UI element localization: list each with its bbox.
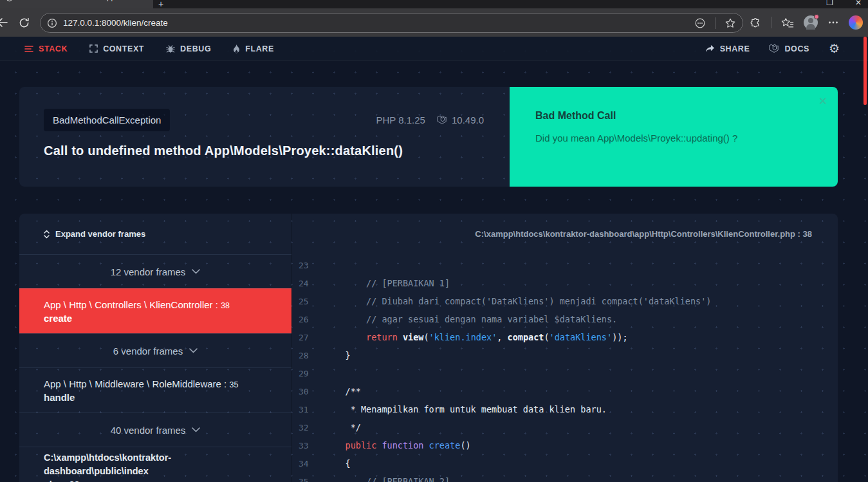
line-number: 31 xyxy=(292,405,315,414)
chevron-down-icon xyxy=(192,427,200,432)
tab-close-icon[interactable]: × xyxy=(143,0,148,1)
address-bar[interactable]: 127.0.0.1:8000/klien/create xyxy=(40,13,743,33)
line-number: 28 xyxy=(292,351,315,360)
solution-close-icon[interactable]: ✕ xyxy=(818,95,827,108)
line-number: 30 xyxy=(292,387,315,396)
expand-vendor-frames-button[interactable]: Expand vendor frames xyxy=(44,229,145,239)
browser-tab[interactable]: Call to undefined method App\M... × xyxy=(0,0,153,8)
share-label: SHARE xyxy=(720,44,750,53)
code-line: 31 * Menampilkan form untuk membuat data… xyxy=(292,400,838,418)
share-button[interactable]: SHARE xyxy=(705,44,750,53)
frame-file-path-wrap: php : 22 xyxy=(44,478,267,482)
code-line: 27 return view('klien.index', compact('d… xyxy=(292,328,838,346)
browser-toolbar: 127.0.0.1:8000/klien/create xyxy=(0,8,868,37)
line-number: 27 xyxy=(292,333,315,342)
site-info-icon[interactable] xyxy=(47,18,57,28)
chevron-down-icon xyxy=(192,269,200,274)
frame-file-path: C:\xampp\htdocs\kontraktor-dashboard\pub… xyxy=(44,451,267,478)
frame-method: handle xyxy=(44,392,267,403)
refresh-icon[interactable] xyxy=(18,17,30,29)
code-text: // Diubah dari compact('DataKliens') men… xyxy=(324,296,711,306)
settings-gear-icon[interactable]: ⚙ xyxy=(829,42,840,55)
error-message: Call to undefined method App\Models\Proy… xyxy=(44,144,484,158)
tab-context-label: CONTEXT xyxy=(103,44,144,53)
line-number: 23 xyxy=(292,261,315,270)
profile-avatar[interactable] xyxy=(804,15,818,30)
line-number: 24 xyxy=(292,279,315,288)
code-text: public function create() xyxy=(324,440,471,450)
tab-title: Call to undefined method App\M... xyxy=(18,0,139,1)
vendor-frames-label: 6 vendor frames xyxy=(113,346,183,357)
line-number: 32 xyxy=(292,423,315,432)
frame-method: create xyxy=(44,313,267,324)
laravel-logo-icon xyxy=(769,44,779,53)
code-line: 32 */ xyxy=(292,418,838,436)
flare-error-page: STACK CONTEXT xyxy=(0,37,868,482)
frame-path: App \ Http \ Middleware \ RoleMiddleware… xyxy=(44,378,267,389)
code-text: */ xyxy=(324,422,361,432)
tab-flare[interactable]: FLARE xyxy=(233,44,274,53)
error-header-card: BadMethodCallException PHP 8.1.25 10.49.… xyxy=(19,87,838,187)
favorites-hub-icon[interactable] xyxy=(781,17,794,29)
code-text: return view('klien.index', compact('data… xyxy=(324,332,628,342)
share-arrow-icon xyxy=(705,44,715,53)
chevron-down-icon xyxy=(189,348,198,353)
code-line: 35 // [PERBAIKAN 2] xyxy=(292,472,838,482)
vendor-frames-group[interactable]: 6 vendor frames xyxy=(19,333,291,367)
divider xyxy=(771,17,771,28)
stack-trace-card: Expand vendor frames 12 vendor framesApp… xyxy=(19,214,838,482)
code-line: 24 // [PERBAIKAN 1] xyxy=(292,274,838,292)
code-text: { xyxy=(324,458,351,468)
php-version: PHP 8.1.25 xyxy=(376,115,425,125)
solution-title: Bad Method Call xyxy=(535,110,812,122)
expand-collapse-icon xyxy=(44,230,50,239)
url-options-icon[interactable] xyxy=(694,17,706,29)
new-tab-button[interactable]: + xyxy=(158,0,163,8)
tab-debug[interactable]: DEBUG xyxy=(166,44,211,53)
browser-menu-icon[interactable] xyxy=(827,17,839,28)
window-restore-icon[interactable]: ❐ xyxy=(826,0,833,7)
laravel-version: 10.49.0 xyxy=(437,115,484,125)
code-text: * Menampilkan form untuk membuat data kl… xyxy=(324,404,607,414)
scrollbar-thumb[interactable] xyxy=(863,37,867,105)
line-number: 33 xyxy=(292,441,315,450)
code-line: 25 // Diubah dari compact('DataKliens') … xyxy=(292,292,838,310)
docs-button[interactable]: DOCS xyxy=(769,44,809,53)
profile-notification-dot xyxy=(814,14,819,19)
line-number: 35 xyxy=(292,477,315,482)
code-text: // [PERBAIKAN 2] xyxy=(324,476,450,482)
vendor-frames-group[interactable]: 12 vendor frames xyxy=(19,254,291,288)
divider xyxy=(715,17,716,29)
favorite-star-icon[interactable] xyxy=(725,17,736,29)
tab-flare-label: FLARE xyxy=(245,44,274,53)
solution-panel: ✕ Bad Method Call Did you mean App\Model… xyxy=(510,87,838,187)
tab-stack[interactable]: STACK xyxy=(24,44,68,53)
code-snippet: 2324 // [PERBAIKAN 1]25 // Diubah dari c… xyxy=(292,254,838,482)
window-close-icon[interactable]: ✕ xyxy=(855,0,862,7)
line-number: 25 xyxy=(292,297,315,306)
expand-vendor-frames-label: Expand vendor frames xyxy=(55,229,145,239)
browser-tab-strip: Call to undefined method App\M... × + ❐ … xyxy=(0,0,868,8)
code-line: 29 xyxy=(292,364,838,382)
stack-frame-file[interactable]: C:\xampp\htdocs\kontraktor-dashboard\pub… xyxy=(19,447,291,482)
copilot-icon[interactable] xyxy=(849,15,863,30)
flare-nav-bar: STACK CONTEXT xyxy=(0,37,868,61)
code-file-path: C:\xampp\htdocs\kontraktor-dashboard\app… xyxy=(292,214,838,254)
code-text: // agar sesuai dengan nama variabel $dat… xyxy=(324,314,617,324)
bug-icon xyxy=(166,44,175,53)
vendor-frames-group[interactable]: 40 vendor frames xyxy=(19,412,291,447)
back-icon[interactable] xyxy=(0,16,9,29)
stack-frame[interactable]: App \ Http \ Middleware \ RoleMiddleware… xyxy=(19,367,291,412)
extensions-icon[interactable] xyxy=(749,17,761,29)
flare-flame-icon xyxy=(233,44,240,53)
code-line: 33 public function create() xyxy=(292,436,838,454)
context-brackets-icon xyxy=(89,44,98,53)
code-line: 34 { xyxy=(292,454,838,472)
url-text[interactable]: 127.0.0.1:8000/klien/create xyxy=(63,18,694,28)
stack-frame-active[interactable]: App \ Http \ Controllers \ KlienControll… xyxy=(19,288,291,333)
frame-path: App \ Http \ Controllers \ KlienControll… xyxy=(44,299,267,310)
globe-favicon-icon xyxy=(5,0,14,2)
tab-context[interactable]: CONTEXT xyxy=(89,44,144,53)
stack-frames-sidebar: Expand vendor frames 12 vendor framesApp… xyxy=(19,214,291,482)
docs-label: DOCS xyxy=(784,44,809,53)
